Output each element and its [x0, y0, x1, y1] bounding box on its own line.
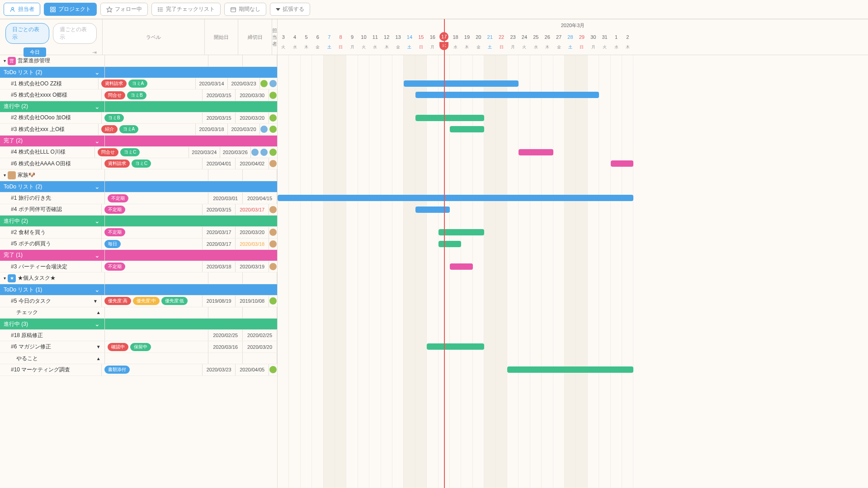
assignee-button[interactable]: 担当者 [4, 3, 40, 16]
project-row[interactable]: ▾ 営 営業進捗管理 [0, 55, 277, 67]
day-column[interactable]: 29 日 [576, 32, 587, 55]
day-column[interactable]: 11 水 [369, 32, 381, 55]
expand-up-icon[interactable]: ▲ [96, 356, 101, 361]
expand-up-icon[interactable]: ▲ [96, 310, 101, 315]
task-row[interactable]: #6 マガジン修正▼ 確認中保留中 2020/03/16 2020/03/20 [0, 341, 277, 352]
gantt-bar[interactable] [611, 160, 634, 167]
start-date: 2020/03/01 [208, 192, 243, 203]
noperiod-button[interactable]: 期間なし [224, 3, 266, 16]
day-column[interactable]: 8 日 [335, 32, 346, 55]
chevron-down-icon[interactable]: ⌄ [94, 69, 100, 76]
gantt-bar[interactable] [415, 92, 599, 98]
chevron-down-icon[interactable]: ⌄ [94, 103, 100, 110]
task-row[interactable]: #10 マーケティング調査 書類添付 2020/03/23 2020/04/05 [0, 364, 277, 375]
task-row[interactable]: チェック▲ [0, 307, 277, 319]
day-column[interactable]: 26 木 [542, 32, 553, 55]
task-row[interactable]: #6 株式会社AAAA O田様 資料請求ヨミC 2020/04/01 2020/… [0, 158, 277, 169]
daily-view-pill[interactable]: 日ごとの表示 [5, 23, 49, 44]
day-of-week: 日 [415, 42, 427, 52]
day-column[interactable]: 28 土 [565, 32, 576, 55]
day-column[interactable]: 27 金 [553, 32, 564, 55]
day-column[interactable]: 9 月 [346, 32, 358, 55]
day-column[interactable]: 7 土 [324, 32, 335, 55]
day-column[interactable]: 24 火 [519, 32, 530, 55]
day-of-week: 水 [369, 42, 381, 52]
day-column[interactable]: 14 土 [404, 32, 415, 55]
weekly-view-pill[interactable]: 週ごとの表示 [53, 23, 97, 44]
day-column[interactable]: 15 日 [415, 32, 427, 55]
section-header[interactable]: 完了 (2) ⌄ [0, 136, 277, 147]
caret-down-icon[interactable]: ▾ [4, 173, 6, 178]
gantt-bar[interactable] [439, 241, 462, 247]
gantt-bar[interactable] [415, 115, 484, 121]
task-row[interactable]: #2 株式会社OOoo 加O様 ヨミB 2020/03/15 2020/03/2… [0, 113, 277, 124]
avatar [260, 80, 268, 88]
checklist-button[interactable]: 完了チェックリスト [151, 3, 221, 16]
task-row[interactable]: #5 ポチの餌買う 毎日 2020/03/17 2020/03/18 [0, 239, 277, 250]
chevron-down-icon[interactable]: ⌄ [94, 252, 100, 259]
gantt-bar[interactable] [507, 366, 633, 373]
gantt-bar[interactable] [519, 149, 553, 155]
day-column[interactable]: 30 月 [588, 32, 599, 55]
day-column[interactable]: 4 水 [289, 32, 300, 55]
chevron-down-icon[interactable]: ⌄ [94, 320, 100, 328]
gantt-bar[interactable] [450, 263, 473, 270]
task-row[interactable]: やること▲ [0, 353, 277, 364]
chevron-down-icon[interactable]: ⌄ [94, 137, 100, 145]
gantt-bar[interactable] [404, 80, 519, 87]
day-column[interactable]: 6 金 [312, 32, 323, 55]
chevron-down-icon[interactable]: ⌄ [94, 183, 100, 190]
section-header[interactable]: 進行中 (3) ⌄ [0, 319, 277, 330]
day-column[interactable]: 22 日 [495, 32, 507, 55]
task-row[interactable]: #5 株式会社xxxx O郷様 問合せヨミB 2020/03/15 2020/0… [0, 89, 277, 101]
collapse-icon[interactable]: ⇥ [92, 49, 97, 56]
task-row[interactable]: #2 食材を買う 不定期 2020/03/17 2020/03/20 [0, 227, 277, 238]
task-row[interactable]: #4 ポチ同伴可否確認 不定期 2020/03/15 2020/03/17 [0, 204, 277, 216]
day-column[interactable]: 3 火 [278, 32, 289, 55]
day-column[interactable]: 1 水 [610, 32, 622, 55]
chevron-down-icon[interactable]: ⌄ [94, 217, 100, 225]
expand-button[interactable]: 拡張する [270, 3, 310, 16]
task-row[interactable]: #4 株式会社LLL O川様 問合せヨミC 2020/03/24 2020/03… [0, 147, 277, 158]
caret-down-icon[interactable]: ▾ [4, 276, 6, 281]
day-column[interactable]: 5 木 [301, 32, 312, 55]
caret-down-icon[interactable]: ▾ [4, 58, 6, 63]
gantt-bar[interactable] [427, 343, 484, 350]
project-row[interactable]: ▾ ★ ★個人タスク★ [0, 272, 277, 284]
gantt-bar[interactable] [450, 126, 484, 132]
project-row[interactable]: ▾ 家族🐶 [0, 169, 277, 181]
expand-down-icon[interactable]: ▼ [93, 299, 98, 304]
section-header[interactable]: ToDo リスト (2) ⌄ [0, 67, 277, 78]
section-header[interactable]: 進行中 (2) ⌄ [0, 216, 277, 227]
project-button[interactable]: プロジェクト [44, 3, 97, 16]
task-row[interactable]: #18 原稿修正 2020/02/25 2020/02/25 [0, 330, 277, 341]
day-column[interactable]: 13 金 [392, 32, 404, 55]
following-button[interactable]: フォロー中 [100, 3, 148, 16]
task-row[interactable]: #5 今日のタスク▼ 優先度:高優先度:中優先度:低 2019/08/19 20… [0, 296, 277, 307]
gantt-bar[interactable] [278, 195, 633, 201]
day-column[interactable]: 12 木 [381, 32, 392, 55]
day-column[interactable]: 31 火 [599, 32, 610, 55]
day-column[interactable]: 23 月 [507, 32, 519, 55]
day-column[interactable]: 21 土 [484, 32, 495, 55]
day-column[interactable]: 19 木 [461, 32, 472, 55]
gantt-bar[interactable] [439, 229, 485, 235]
task-row[interactable]: #1 株式会社OO ZZ様 資料請求ヨミA 2020/03/14 2020/03… [0, 78, 277, 89]
section-header[interactable]: 完了 (1) ⌄ [0, 250, 277, 261]
task-row[interactable]: #3 株式会社xxx 上O様 紹介ヨミA 2020/03/18 2020/03/… [0, 124, 277, 135]
expand-down-icon[interactable]: ▼ [96, 344, 101, 349]
day-column[interactable]: 10 火 [358, 32, 369, 55]
start-date: 2020/03/17 [203, 227, 236, 238]
day-column[interactable]: 2 木 [622, 32, 633, 55]
task-row[interactable]: #1 旅行の行き先 不定期 2020/03/01 2020/04/15 [0, 192, 277, 204]
day-column[interactable]: 25 水 [530, 32, 542, 55]
section-header[interactable]: 進行中 (2) ⌄ [0, 101, 277, 113]
task-row[interactable]: #3 パーティー会場決定 不定期 2020/03/18 2020/03/19 [0, 261, 277, 272]
chevron-down-icon[interactable]: ⌄ [94, 286, 100, 293]
section-header[interactable]: ToDo リスト (1) ⌄ [0, 284, 277, 296]
day-number: 29 [576, 32, 587, 42]
day-column[interactable]: 20 金 [473, 32, 484, 55]
day-column[interactable]: 18 水 [450, 32, 461, 55]
section-header[interactable]: ToDo リスト (2) ⌄ [0, 181, 277, 192]
day-column[interactable]: 16 月 [427, 32, 438, 55]
